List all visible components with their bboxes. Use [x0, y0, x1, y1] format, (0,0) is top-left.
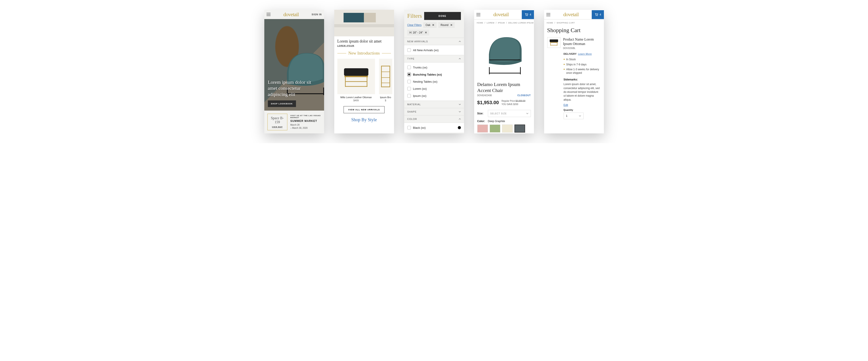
- product-image: [484, 31, 524, 75]
- checkbox-icon[interactable]: [407, 126, 411, 130]
- close-icon[interactable]: ✕: [425, 31, 427, 34]
- brand-logo[interactable]: dovetail: [563, 11, 579, 18]
- filter-option-selected[interactable]: Bunching Tables (xx): [404, 71, 464, 78]
- cart-button[interactable]: 4: [592, 10, 604, 19]
- menu-icon[interactable]: [546, 13, 550, 16]
- cart-icon: [524, 12, 528, 17]
- svg-point-2: [527, 16, 528, 16]
- product-image: [379, 59, 392, 94]
- market-space-box[interactable]: Space B-159 VIEW MAP: [268, 114, 287, 130]
- checkbox-icon[interactable]: [407, 87, 411, 90]
- category-headline: Lorem ipsum dolor sit amet: [337, 39, 391, 44]
- product-name: Ipsum Bro: [379, 96, 392, 99]
- page-title: Shopping Cart: [547, 27, 601, 34]
- color-swatch[interactable]: [490, 124, 500, 133]
- breadcrumb[interactable]: HOME / SHOPPING CART: [544, 20, 604, 26]
- product-carousel[interactable]: Mills Lorem Leather Ottoman $489 Ipsum B…: [334, 57, 394, 103]
- checkbox-icon[interactable]: [407, 80, 411, 83]
- filter-option[interactable]: Lorem (xx): [404, 85, 464, 92]
- filter-option[interactable]: All New Arrivals (xx): [404, 47, 464, 54]
- price-row: $1,953.00 Regular Price $3,000.00 YOU SA…: [474, 99, 534, 109]
- edit-link[interactable]: Edit: [564, 104, 568, 107]
- svg-rect-0: [344, 68, 368, 76]
- clear-filters-link[interactable]: Clear Filters: [407, 24, 422, 27]
- done-button[interactable]: DONE: [424, 12, 461, 20]
- checkbox-checked-icon[interactable]: [407, 73, 411, 76]
- market-title: SUMMER MARKET: [290, 119, 321, 122]
- closeout-badge: CLOSEOUT: [517, 94, 531, 96]
- filter-section-material[interactable]: MATERIAL: [404, 101, 464, 108]
- delivery-bullet: Allow 1-3 weeks for delivery once shippe…: [564, 67, 601, 75]
- chevron-up-icon: [459, 40, 461, 43]
- product-name: Mills Lorem Leather Ottoman: [337, 96, 375, 99]
- filter-section-color[interactable]: COLOR: [404, 115, 464, 122]
- category-hero-image: [334, 10, 394, 36]
- quantity-select[interactable]: 1: [564, 113, 584, 119]
- filter-section-type[interactable]: TYPE: [404, 55, 464, 62]
- delivery-info: DELIVERYLearn More In Stock Ships in 7-9…: [544, 51, 604, 78]
- color-swatch-selected[interactable]: [515, 124, 525, 133]
- filter-chip[interactable]: Oak✕: [423, 22, 437, 28]
- cart-button[interactable]: 4: [522, 10, 534, 19]
- view-map-link[interactable]: VIEW MAP: [270, 126, 284, 128]
- shop-lookbook-button[interactable]: SHOP LOOKBOOK: [268, 101, 296, 107]
- market-dates: March 28 – March 30, 2020: [290, 123, 321, 130]
- product-title: Delamo Lorem Ipsum Accent Chair: [477, 82, 531, 93]
- color-swatch[interactable]: [502, 124, 513, 133]
- filter-section-shape[interactable]: SHAPE: [404, 108, 464, 115]
- chevron-down-icon: [459, 103, 461, 106]
- brand-logo[interactable]: dovetail: [283, 11, 299, 18]
- menu-icon[interactable]: [267, 13, 271, 16]
- section-shop-by-style[interactable]: Shop By Style: [334, 117, 394, 122]
- category-link[interactable]: LOREM IPSUM: [337, 45, 391, 47]
- filter-option[interactable]: Trunks (xx): [404, 64, 464, 71]
- filter-chip[interactable]: H: 16" - 24"✕: [407, 30, 429, 35]
- close-icon[interactable]: ✕: [450, 24, 453, 27]
- filters-title: Filters: [407, 12, 422, 19]
- filter-section-new-arrivals[interactable]: NEW ARRIVALS: [404, 38, 464, 45]
- market-space: Space B-159: [270, 116, 284, 124]
- brand-logo[interactable]: dovetail: [493, 11, 509, 18]
- cart-count: 4: [530, 13, 531, 16]
- product-price: $489: [337, 99, 375, 102]
- appbar: dovetail 4: [544, 10, 604, 20]
- product-gallery[interactable]: [474, 26, 534, 79]
- screen-filters: Filters DONE Clear Filters Oak✕ Round✕ H…: [404, 10, 464, 133]
- color-swatch[interactable]: [477, 124, 488, 133]
- chevron-up-icon: [459, 118, 461, 120]
- filter-options: Trunks (xx) Bunching Tables (xx) Nesting…: [404, 62, 464, 101]
- sidemarks-label: Sidemarks:: [564, 78, 578, 81]
- checkbox-icon[interactable]: [407, 48, 411, 52]
- hero-headline: Lorem ipsum dolor sit amet consectetur a…: [268, 79, 320, 98]
- checkbox-icon[interactable]: [407, 65, 411, 69]
- view-all-button[interactable]: VIEW ALL NEW ARRIVALS: [344, 106, 384, 113]
- size-select[interactable]: SELECT SIZE: [488, 110, 531, 117]
- line-item-name[interactable]: Product Name Lorem Ipsum Ottoman: [563, 37, 601, 46]
- price-meta: Regular Price $3,000.00 YOU SAVE $200: [501, 99, 525, 106]
- screen-product: dovetail 4 HOME / LOREM / IPSUM / DELAMO…: [474, 10, 534, 133]
- menu-icon[interactable]: [476, 13, 480, 16]
- filter-option[interactable]: Black (xx): [404, 124, 464, 131]
- close-icon[interactable]: ✕: [432, 24, 434, 27]
- color-field: Color: Deep Graphite: [474, 118, 534, 123]
- svg-rect-5: [550, 39, 558, 42]
- product-card[interactable]: Mills Lorem Leather Ottoman $489: [337, 59, 375, 102]
- quantity-label: Quantity: [564, 109, 601, 111]
- screen-cart: dovetail 4 HOME / SHOPPING CART Shopping…: [544, 10, 604, 133]
- sign-in-link[interactable]: SIGN IN: [312, 13, 322, 16]
- line-item-thumbnail[interactable]: [547, 37, 560, 48]
- chevron-down-icon: [459, 111, 461, 113]
- breadcrumb[interactable]: HOME / LOREM / IPSUM / DELAMO LOREM IPSU…: [474, 20, 534, 26]
- product-card[interactable]: Ipsum Bro $: [379, 59, 392, 102]
- learn-more-link[interactable]: Learn More: [578, 53, 592, 55]
- active-filter-chips: Clear Filters Oak✕ Round✕ H: 16" - 24"✕: [404, 22, 464, 38]
- product-sku: DOV62422430: [477, 94, 492, 96]
- filter-option[interactable]: Nesting Tables (xx): [404, 78, 464, 85]
- size-label: Size:: [477, 112, 486, 115]
- color-label: Color:: [477, 120, 486, 123]
- filter-option[interactable]: Ipsum (xx): [404, 92, 464, 99]
- checkbox-icon[interactable]: [407, 94, 411, 98]
- line-item-sku: DOV3155BL: [563, 47, 601, 49]
- appbar: dovetail SIGN IN: [264, 10, 324, 19]
- filter-chip[interactable]: Round✕: [438, 22, 455, 28]
